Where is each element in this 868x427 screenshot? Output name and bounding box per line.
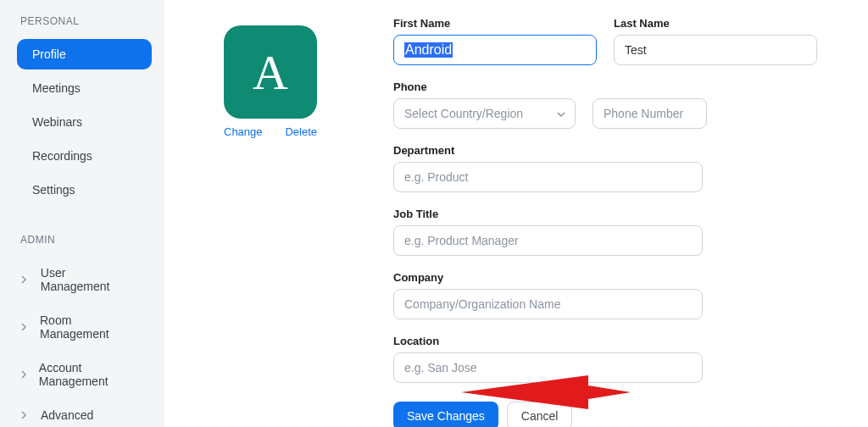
chevron-right-icon — [20, 411, 32, 419]
avatar-block: A Change Delete — [224, 25, 317, 138]
first-name-label: First Name — [393, 17, 597, 30]
chevron-right-icon — [20, 370, 31, 379]
sidebar-item-profile[interactable]: Profile — [17, 39, 152, 69]
chevron-right-icon — [20, 323, 31, 331]
avatar-delete-link[interactable]: Delete — [285, 125, 317, 138]
sidebar-item-webinars[interactable]: Webinars — [17, 107, 152, 137]
sidebar-item-recordings[interactable]: Recordings — [17, 141, 152, 171]
chevron-right-icon — [20, 275, 32, 284]
location-input[interactable]: e.g. San Jose — [393, 352, 703, 383]
first-name-input[interactable]: Android — [393, 35, 597, 65]
sidebar-item-account-management[interactable]: Account Management — [17, 352, 152, 396]
chevron-down-icon — [556, 106, 566, 121]
company-input[interactable]: Company/Organization Name — [393, 289, 703, 319]
sidebar-item-advanced[interactable]: Advanced — [17, 400, 152, 427]
job-title-input[interactable]: e.g. Product Manager — [393, 225, 703, 256]
avatar[interactable]: A — [224, 25, 317, 119]
department-label: Department — [393, 144, 817, 157]
phone-label: Phone — [393, 80, 817, 93]
location-label: Location — [393, 335, 817, 347]
avatar-change-link[interactable]: Change — [224, 125, 263, 138]
profile-form: First Name Android Last Name Test Phone … — [393, 17, 817, 427]
last-name-label: Last Name — [614, 17, 817, 30]
sidebar-item-user-management[interactable]: User Management — [17, 258, 152, 302]
country-select[interactable]: Select Country/Region — [393, 98, 576, 129]
company-label: Company — [393, 271, 817, 284]
sidebar-item-settings[interactable]: Settings — [17, 175, 152, 205]
last-name-input[interactable]: Test — [614, 35, 817, 65]
sidebar: PERSONAL Profile Meetings Webinars Recor… — [0, 0, 164, 427]
save-changes-button[interactable]: Save Changes — [393, 402, 498, 427]
avatar-initial: A — [253, 44, 288, 101]
sidebar-item-meetings[interactable]: Meetings — [17, 73, 152, 103]
cancel-button[interactable]: Cancel — [507, 402, 573, 427]
phone-number-input[interactable]: Phone Number — [593, 98, 707, 129]
admin-header: ADMIN — [20, 234, 152, 246]
sidebar-item-room-management[interactable]: Room Management — [17, 305, 152, 349]
personal-header: PERSONAL — [20, 15, 152, 27]
main-content: A Change Delete First Name Android Last … — [164, 0, 868, 427]
department-input[interactable]: e.g. Product — [393, 162, 703, 192]
job-title-label: Job Title — [393, 208, 817, 220]
